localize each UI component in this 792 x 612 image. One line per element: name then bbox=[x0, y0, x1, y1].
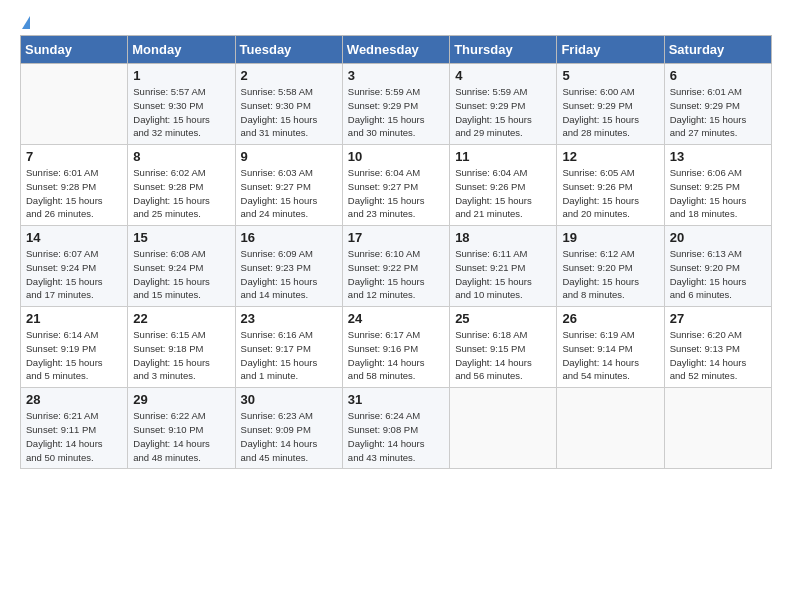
calendar-cell bbox=[557, 388, 664, 469]
calendar-cell: 12Sunrise: 6:05 AM Sunset: 9:26 PM Dayli… bbox=[557, 145, 664, 226]
day-number: 30 bbox=[241, 392, 337, 407]
day-number: 10 bbox=[348, 149, 444, 164]
day-number: 17 bbox=[348, 230, 444, 245]
calendar-cell: 7Sunrise: 6:01 AM Sunset: 9:28 PM Daylig… bbox=[21, 145, 128, 226]
calendar-week-row: 7Sunrise: 6:01 AM Sunset: 9:28 PM Daylig… bbox=[21, 145, 772, 226]
day-number: 28 bbox=[26, 392, 122, 407]
calendar-cell: 21Sunrise: 6:14 AM Sunset: 9:19 PM Dayli… bbox=[21, 307, 128, 388]
calendar-cell: 17Sunrise: 6:10 AM Sunset: 9:22 PM Dayli… bbox=[342, 226, 449, 307]
calendar-cell: 20Sunrise: 6:13 AM Sunset: 9:20 PM Dayli… bbox=[664, 226, 771, 307]
calendar-cell: 18Sunrise: 6:11 AM Sunset: 9:21 PM Dayli… bbox=[450, 226, 557, 307]
day-number: 3 bbox=[348, 68, 444, 83]
day-number: 1 bbox=[133, 68, 229, 83]
day-number: 4 bbox=[455, 68, 551, 83]
day-number: 8 bbox=[133, 149, 229, 164]
day-info: Sunrise: 6:03 AM Sunset: 9:27 PM Dayligh… bbox=[241, 166, 337, 221]
day-number: 26 bbox=[562, 311, 658, 326]
weekday-header: Friday bbox=[557, 36, 664, 64]
calendar-cell: 26Sunrise: 6:19 AM Sunset: 9:14 PM Dayli… bbox=[557, 307, 664, 388]
day-number: 21 bbox=[26, 311, 122, 326]
day-number: 25 bbox=[455, 311, 551, 326]
weekday-header: Saturday bbox=[664, 36, 771, 64]
calendar-cell: 16Sunrise: 6:09 AM Sunset: 9:23 PM Dayli… bbox=[235, 226, 342, 307]
day-info: Sunrise: 6:12 AM Sunset: 9:20 PM Dayligh… bbox=[562, 247, 658, 302]
day-number: 9 bbox=[241, 149, 337, 164]
weekday-header: Wednesday bbox=[342, 36, 449, 64]
day-info: Sunrise: 6:00 AM Sunset: 9:29 PM Dayligh… bbox=[562, 85, 658, 140]
weekday-header: Sunday bbox=[21, 36, 128, 64]
calendar-cell: 27Sunrise: 6:20 AM Sunset: 9:13 PM Dayli… bbox=[664, 307, 771, 388]
day-info: Sunrise: 6:18 AM Sunset: 9:15 PM Dayligh… bbox=[455, 328, 551, 383]
weekday-header-row: SundayMondayTuesdayWednesdayThursdayFrid… bbox=[21, 36, 772, 64]
day-number: 19 bbox=[562, 230, 658, 245]
day-number: 7 bbox=[26, 149, 122, 164]
day-info: Sunrise: 6:04 AM Sunset: 9:27 PM Dayligh… bbox=[348, 166, 444, 221]
day-info: Sunrise: 6:01 AM Sunset: 9:29 PM Dayligh… bbox=[670, 85, 766, 140]
logo bbox=[20, 16, 30, 29]
day-number: 22 bbox=[133, 311, 229, 326]
day-info: Sunrise: 6:21 AM Sunset: 9:11 PM Dayligh… bbox=[26, 409, 122, 464]
calendar-cell bbox=[664, 388, 771, 469]
calendar-cell: 19Sunrise: 6:12 AM Sunset: 9:20 PM Dayli… bbox=[557, 226, 664, 307]
calendar-cell: 8Sunrise: 6:02 AM Sunset: 9:28 PM Daylig… bbox=[128, 145, 235, 226]
calendar-cell: 2Sunrise: 5:58 AM Sunset: 9:30 PM Daylig… bbox=[235, 64, 342, 145]
day-info: Sunrise: 6:10 AM Sunset: 9:22 PM Dayligh… bbox=[348, 247, 444, 302]
calendar-cell: 14Sunrise: 6:07 AM Sunset: 9:24 PM Dayli… bbox=[21, 226, 128, 307]
calendar-cell bbox=[21, 64, 128, 145]
calendar-cell: 24Sunrise: 6:17 AM Sunset: 9:16 PM Dayli… bbox=[342, 307, 449, 388]
day-info: Sunrise: 6:05 AM Sunset: 9:26 PM Dayligh… bbox=[562, 166, 658, 221]
calendar-cell: 29Sunrise: 6:22 AM Sunset: 9:10 PM Dayli… bbox=[128, 388, 235, 469]
weekday-header: Tuesday bbox=[235, 36, 342, 64]
calendar-cell: 13Sunrise: 6:06 AM Sunset: 9:25 PM Dayli… bbox=[664, 145, 771, 226]
calendar-cell: 31Sunrise: 6:24 AM Sunset: 9:08 PM Dayli… bbox=[342, 388, 449, 469]
day-info: Sunrise: 6:01 AM Sunset: 9:28 PM Dayligh… bbox=[26, 166, 122, 221]
calendar-cell: 15Sunrise: 6:08 AM Sunset: 9:24 PM Dayli… bbox=[128, 226, 235, 307]
day-number: 31 bbox=[348, 392, 444, 407]
calendar-week-row: 21Sunrise: 6:14 AM Sunset: 9:19 PM Dayli… bbox=[21, 307, 772, 388]
day-number: 2 bbox=[241, 68, 337, 83]
day-number: 18 bbox=[455, 230, 551, 245]
day-number: 5 bbox=[562, 68, 658, 83]
day-number: 29 bbox=[133, 392, 229, 407]
calendar-cell: 25Sunrise: 6:18 AM Sunset: 9:15 PM Dayli… bbox=[450, 307, 557, 388]
calendar-cell: 4Sunrise: 5:59 AM Sunset: 9:29 PM Daylig… bbox=[450, 64, 557, 145]
day-info: Sunrise: 6:09 AM Sunset: 9:23 PM Dayligh… bbox=[241, 247, 337, 302]
day-info: Sunrise: 6:07 AM Sunset: 9:24 PM Dayligh… bbox=[26, 247, 122, 302]
calendar-week-row: 14Sunrise: 6:07 AM Sunset: 9:24 PM Dayli… bbox=[21, 226, 772, 307]
calendar-cell: 11Sunrise: 6:04 AM Sunset: 9:26 PM Dayli… bbox=[450, 145, 557, 226]
logo-triangle-icon bbox=[22, 16, 30, 29]
day-info: Sunrise: 6:20 AM Sunset: 9:13 PM Dayligh… bbox=[670, 328, 766, 383]
day-info: Sunrise: 5:57 AM Sunset: 9:30 PM Dayligh… bbox=[133, 85, 229, 140]
day-info: Sunrise: 5:58 AM Sunset: 9:30 PM Dayligh… bbox=[241, 85, 337, 140]
day-number: 20 bbox=[670, 230, 766, 245]
day-number: 14 bbox=[26, 230, 122, 245]
calendar-cell: 9Sunrise: 6:03 AM Sunset: 9:27 PM Daylig… bbox=[235, 145, 342, 226]
weekday-header: Monday bbox=[128, 36, 235, 64]
day-info: Sunrise: 6:11 AM Sunset: 9:21 PM Dayligh… bbox=[455, 247, 551, 302]
calendar-cell: 3Sunrise: 5:59 AM Sunset: 9:29 PM Daylig… bbox=[342, 64, 449, 145]
day-info: Sunrise: 6:15 AM Sunset: 9:18 PM Dayligh… bbox=[133, 328, 229, 383]
day-info: Sunrise: 6:22 AM Sunset: 9:10 PM Dayligh… bbox=[133, 409, 229, 464]
day-info: Sunrise: 5:59 AM Sunset: 9:29 PM Dayligh… bbox=[348, 85, 444, 140]
calendar-cell: 10Sunrise: 6:04 AM Sunset: 9:27 PM Dayli… bbox=[342, 145, 449, 226]
calendar-cell: 30Sunrise: 6:23 AM Sunset: 9:09 PM Dayli… bbox=[235, 388, 342, 469]
day-info: Sunrise: 6:14 AM Sunset: 9:19 PM Dayligh… bbox=[26, 328, 122, 383]
day-info: Sunrise: 6:02 AM Sunset: 9:28 PM Dayligh… bbox=[133, 166, 229, 221]
day-info: Sunrise: 6:08 AM Sunset: 9:24 PM Dayligh… bbox=[133, 247, 229, 302]
calendar-week-row: 28Sunrise: 6:21 AM Sunset: 9:11 PM Dayli… bbox=[21, 388, 772, 469]
day-number: 27 bbox=[670, 311, 766, 326]
day-number: 13 bbox=[670, 149, 766, 164]
day-info: Sunrise: 6:17 AM Sunset: 9:16 PM Dayligh… bbox=[348, 328, 444, 383]
day-info: Sunrise: 5:59 AM Sunset: 9:29 PM Dayligh… bbox=[455, 85, 551, 140]
day-number: 6 bbox=[670, 68, 766, 83]
calendar-cell: 6Sunrise: 6:01 AM Sunset: 9:29 PM Daylig… bbox=[664, 64, 771, 145]
calendar-cell: 23Sunrise: 6:16 AM Sunset: 9:17 PM Dayli… bbox=[235, 307, 342, 388]
day-info: Sunrise: 6:04 AM Sunset: 9:26 PM Dayligh… bbox=[455, 166, 551, 221]
day-number: 23 bbox=[241, 311, 337, 326]
day-number: 12 bbox=[562, 149, 658, 164]
day-number: 15 bbox=[133, 230, 229, 245]
header bbox=[20, 16, 772, 29]
day-number: 16 bbox=[241, 230, 337, 245]
day-number: 11 bbox=[455, 149, 551, 164]
calendar-table: SundayMondayTuesdayWednesdayThursdayFrid… bbox=[20, 35, 772, 469]
